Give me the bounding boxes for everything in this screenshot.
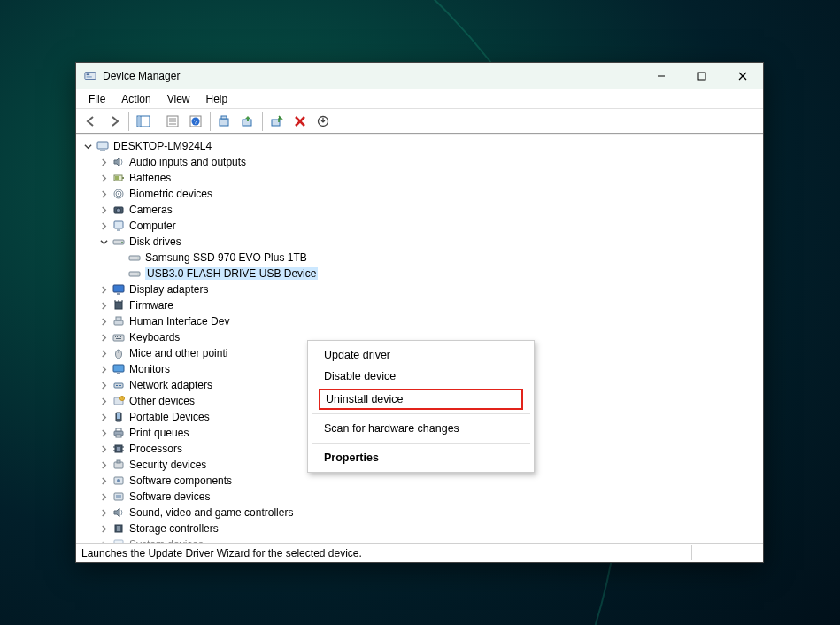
svg-text:?: ? [194,119,197,125]
disable-button[interactable] [289,111,311,132]
svg-rect-4 [698,73,705,80]
titlebar[interactable]: Device Manager [76,63,763,89]
chevron-spacer [113,251,126,264]
window-title: Device Manager [103,70,641,82]
chevron-right-icon[interactable] [97,299,110,312]
svg-rect-72 [117,447,120,451]
menu-action[interactable]: Action [114,91,158,107]
svg-point-37 [121,242,123,243]
chevron-right-icon[interactable] [97,411,110,423]
tree-category[interactable]: Human Interface Dev [81,313,758,329]
printer-icon [112,426,126,440]
chevron-right-icon[interactable] [97,220,110,232]
enable-button[interactable] [266,111,288,132]
chevron-right-icon[interactable] [97,172,110,184]
menu-view[interactable]: View [160,91,197,107]
svg-point-31 [118,193,119,195]
chevron-right-icon[interactable] [97,363,110,375]
ctx-scan-hardware[interactable]: Scan for hardware changes [310,418,532,439]
svg-rect-67 [117,413,120,419]
tree-device[interactable]: Samsung SSD 970 EVO Plus 1TB [81,250,758,266]
tree-label: Processors [129,443,182,455]
ctx-disable-device[interactable]: Disable device [310,366,532,387]
chevron-down-icon[interactable] [97,235,110,248]
svg-rect-50 [113,335,124,341]
ctx-uninstall-device-highlight: Uninstall device [319,389,523,410]
svg-rect-9 [138,117,140,126]
app-icon [83,69,97,83]
chevron-down-icon[interactable] [81,140,94,152]
menu-help[interactable]: Help [199,91,235,107]
chevron-right-icon[interactable] [97,490,110,503]
svg-rect-34 [114,221,123,228]
svg-rect-44 [115,302,122,309]
chevron-right-icon[interactable] [97,204,110,216]
update-driver-button[interactable] [237,111,258,132]
sound-icon [112,505,126,520]
tree-category[interactable]: Storage controllers [81,521,758,536]
tree-label: Software devices [129,490,210,503]
minimize-button[interactable] [641,63,682,89]
chevron-right-icon[interactable] [97,427,110,439]
uninstall-button[interactable] [312,111,334,132]
tree-category[interactable]: Firmware [81,297,758,313]
chevron-right-icon[interactable] [97,315,110,328]
help-button[interactable]: ? [185,111,206,132]
tree-label: Other devices [129,395,195,407]
menu-file[interactable]: File [81,91,112,107]
back-button[interactable] [81,111,102,132]
tree-device-selected[interactable]: USB3.0 FLASH DRIVE USB Device [81,266,758,282]
ctx-separator [312,413,530,414]
ctx-update-driver[interactable]: Update driver [310,344,532,366]
chevron-right-icon[interactable] [97,156,110,168]
battery-icon [112,171,126,185]
tree-label: Mice and other pointi [129,347,227,359]
svg-rect-54 [120,336,121,337]
tree-category[interactable]: Batteries [81,170,758,186]
chevron-right-icon[interactable] [97,347,110,359]
properties-button[interactable] [162,111,183,132]
svg-rect-61 [116,385,118,386]
svg-rect-53 [119,336,119,337]
tree-category[interactable]: Audio inputs and outputs [81,154,758,170]
tree-category-disk-drives[interactable]: Disk drives [81,234,758,250]
processor-icon [112,442,126,456]
chevron-right-icon[interactable] [97,331,110,343]
tree-label: Samsung SSD 970 EVO Plus 1TB [145,251,307,264]
svg-rect-35 [117,229,120,231]
ctx-properties[interactable]: Properties [310,447,532,468]
chevron-right-icon[interactable] [97,188,110,200]
tree-category[interactable]: Cameras [81,202,758,218]
tree-category[interactable]: Display adapters [81,282,758,297]
tree-root[interactable]: DESKTOP-LM924L4 [81,138,758,154]
ctx-uninstall-device[interactable]: Uninstall device [320,390,521,408]
show-hide-tree-button[interactable] [133,111,154,132]
monitor-icon [112,362,126,376]
chevron-right-icon[interactable] [97,443,110,455]
audio-icon [112,155,126,169]
storage-icon [112,521,126,536]
scan-button[interactable] [214,111,235,132]
tree-label: Biometric devices [129,188,212,200]
chevron-right-icon[interactable] [97,395,110,407]
chevron-right-icon[interactable] [97,522,110,535]
tree-category[interactable]: Computer [81,218,758,234]
svg-rect-25 [100,150,105,151]
chevron-right-icon[interactable] [97,506,110,519]
forward-button[interactable] [104,111,125,132]
chevron-right-icon[interactable] [97,379,110,391]
svg-rect-48 [114,320,123,325]
chevron-right-icon[interactable] [97,459,110,471]
tree-category[interactable]: Software devices [81,489,758,505]
maximize-button[interactable] [682,63,722,89]
chevron-right-icon[interactable] [97,283,110,296]
mouse-icon [112,346,126,360]
toolbar-separator [262,112,263,131]
close-button[interactable] [722,63,763,89]
tree-label: Cameras [129,204,173,216]
tree-category[interactable]: System devices [81,536,758,543]
tree-category[interactable]: Sound, video and game controllers [81,505,758,521]
tree-category[interactable]: Biometric devices [81,186,758,202]
tree-category[interactable]: Software components [81,473,758,489]
chevron-right-icon[interactable] [97,475,110,487]
